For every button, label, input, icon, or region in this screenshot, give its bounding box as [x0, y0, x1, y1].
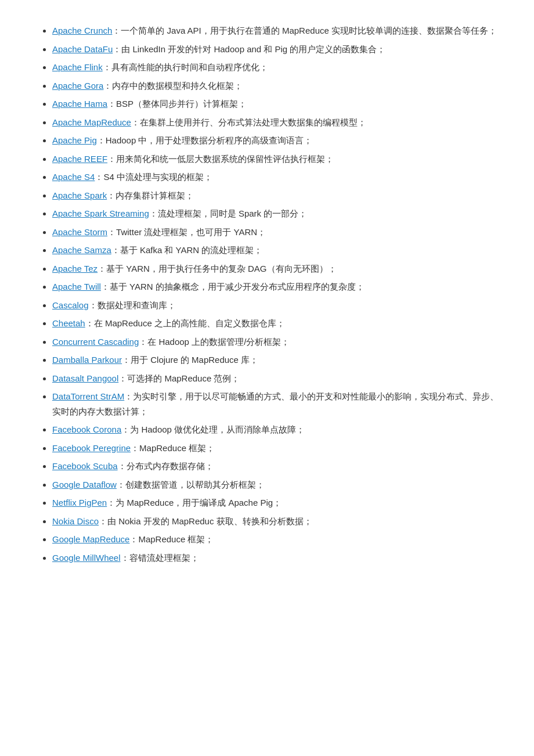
item-link-apache-datafu[interactable]: Apache DataFu [52, 44, 113, 54]
item-desc-apache-hama: ：BSP（整体同步并行）计算框架； [107, 99, 247, 109]
item-desc-facebook-corona: ：为 Hadoop 做优化处理，从而消除单点故障； [121, 424, 305, 434]
item-desc-google-millwheel: ：容错流处理框架； [121, 553, 199, 563]
item-link-datasalt-pangool[interactable]: Datasalt Pangool [52, 373, 118, 383]
item-link-apache-flink[interactable]: Apache Flink [52, 62, 103, 72]
item-link-facebook-peregrine[interactable]: Facebook Peregrine [52, 443, 131, 453]
item-link-facebook-scuba[interactable]: Facebook Scuba [52, 461, 118, 471]
item-link-apache-reef[interactable]: Apache REEF [52, 154, 107, 164]
list-item: Apache Crunch：一个简单的 Java API，用于执行在普通的 Ma… [52, 23, 499, 38]
list-item: DataTorrent StrAM：为实时引擎，用于以尽可能畅通的方式、最小的开… [52, 389, 499, 419]
list-item: Apache Pig：Hadoop 中，用于处理数据分析程序的高级查询语言； [52, 133, 499, 148]
item-desc-apache-storm: ：Twitter 流处理框架，也可用于 YARN； [107, 227, 266, 237]
item-desc-concurrent-cascading: ：在 Hadoop 上的数据管理/分析框架； [139, 337, 290, 347]
item-link-google-mapreduce[interactable]: Google MapReduce [52, 534, 129, 544]
list-item: Apache Spark：内存集群计算框架； [52, 188, 499, 203]
item-link-apache-pig[interactable]: Apache Pig [52, 135, 97, 145]
item-desc-apache-reef: ：用来简化和统一低层大数据系统的保留性评估执行框架； [107, 154, 334, 164]
list-item: Apache Flink：具有高性能的执行时间和自动程序优化； [52, 60, 499, 75]
list-item: Apache REEF：用来简化和统一低层大数据系统的保留性评估执行框架； [52, 152, 499, 167]
item-link-apache-samza[interactable]: Apache Samza [52, 245, 111, 255]
item-desc-apache-gora: ：内存中的数据模型和持久化框架； [103, 81, 243, 91]
list-item: Nokia Disco：由 Nokia 开发的 MapReduc 获取、转换和分… [52, 514, 499, 529]
technology-list: Apache Crunch：一个简单的 Java API，用于执行在普通的 Ma… [35, 23, 499, 565]
list-item: Apache Twill：基于 YARN 的抽象概念，用于减少开发分布式应用程序… [52, 279, 499, 294]
item-desc-apache-twill: ：基于 YARN 的抽象概念，用于减少开发分布式应用程序的复杂度； [101, 282, 365, 291]
item-desc-google-mapreduce: ：MapReduce 框架； [129, 534, 214, 544]
list-item: Apache Hama：BSP（整体同步并行）计算框架； [52, 96, 499, 111]
list-item: Facebook Scuba：分布式内存数据存储； [52, 459, 499, 474]
item-link-google-millwheel[interactable]: Google MillWheel [52, 553, 121, 563]
list-item: Cheetah：在 MapReduce 之上的高性能、自定义数据仓库； [52, 316, 499, 331]
item-link-apache-hama[interactable]: Apache Hama [52, 99, 107, 109]
item-desc-netflix-pigpen: ：为 MapReduce，用于编译成 Apache Pig； [107, 498, 282, 507]
item-desc-apache-crunch: ：一个简单的 Java API，用于执行在普通的 MapReduce 实现时比较… [112, 26, 497, 35]
item-desc-apache-mapreduce: ：在集群上使用并行、分布式算法处理大数据集的编程模型； [131, 117, 366, 127]
item-desc-apache-samza: ：基于 Kafka 和 YARN 的流处理框架； [111, 245, 263, 255]
list-item: Apache Storm：Twitter 流处理框架，也可用于 YARN； [52, 225, 499, 240]
list-item: Cascalog：数据处理和查询库； [52, 298, 499, 313]
item-link-damballa-parkour[interactable]: Damballa Parkour [52, 355, 122, 365]
item-link-apache-crunch[interactable]: Apache Crunch [52, 26, 112, 35]
item-desc-cheetah: ：在 MapReduce 之上的高性能、自定义数据仓库； [85, 318, 285, 328]
item-desc-apache-spark: ：内存集群计算框架； [107, 190, 194, 200]
list-item: Google Dataflow：创建数据管道，以帮助其分析框架； [52, 477, 499, 492]
list-item: Google MillWheel：容错流处理框架； [52, 550, 499, 566]
list-item: Apache Gora：内存中的数据模型和持久化框架； [52, 78, 499, 93]
item-link-cascalog[interactable]: Cascalog [52, 300, 89, 310]
list-item: Apache Spark Streaming：流处理框架，同时是 Spark 的… [52, 206, 499, 221]
list-item: Google MapReduce：MapReduce 框架； [52, 532, 499, 547]
item-link-apache-twill[interactable]: Apache Twill [52, 282, 101, 291]
item-desc-apache-pig: ：Hadoop 中，用于处理数据分析程序的高级查询语言； [97, 135, 313, 145]
item-desc-google-dataflow: ：创建数据管道，以帮助其分析框架； [117, 480, 265, 489]
item-desc-apache-s4: ：S4 中流处理与实现的框架； [95, 172, 212, 182]
item-link-nokia-disco[interactable]: Nokia Disco [52, 516, 99, 526]
item-desc-damballa-parkour: ：用于 Clojure 的 MapReduce 库； [122, 355, 258, 365]
item-desc-cascalog: ：数据处理和查询库； [89, 300, 176, 310]
item-link-apache-s4[interactable]: Apache S4 [52, 172, 95, 182]
item-link-apache-storm[interactable]: Apache Storm [52, 227, 107, 237]
item-desc-nokia-disco: ：由 Nokia 开发的 MapReduc 获取、转换和分析数据； [99, 516, 312, 526]
item-desc-datasalt-pangool: ：可选择的 MapReduce 范例； [118, 373, 240, 383]
item-desc-apache-datafu: ：由 LinkedIn 开发的针对 Hadoop and 和 Pig 的用户定义… [113, 44, 385, 54]
item-link-apache-gora[interactable]: Apache Gora [52, 81, 103, 91]
item-desc-apache-tez: ：基于 YARN，用于执行任务中的复杂 DAG（有向无环图）； [98, 264, 336, 273]
item-desc-apache-flink: ：具有高性能的执行时间和自动程序优化； [103, 62, 268, 72]
list-item: Concurrent Cascading：在 Hadoop 上的数据管理/分析框… [52, 334, 499, 350]
item-desc-facebook-scuba: ：分布式内存数据存储； [118, 461, 214, 471]
item-link-datatorrent-stram[interactable]: DataTorrent StrAM [52, 391, 124, 401]
list-item: Apache Samza：基于 Kafka 和 YARN 的流处理框架； [52, 243, 499, 258]
item-desc-facebook-peregrine: ：MapReduce 框架； [131, 443, 215, 453]
list-item: Datasalt Pangool：可选择的 MapReduce 范例； [52, 371, 499, 386]
list-item: Apache S4：S4 中流处理与实现的框架； [52, 170, 499, 185]
list-item: Facebook Corona：为 Hadoop 做优化处理，从而消除单点故障； [52, 422, 499, 437]
list-item: Netflix PigPen：为 MapReduce，用于编译成 Apache … [52, 495, 499, 510]
item-link-facebook-corona[interactable]: Facebook Corona [52, 424, 121, 434]
list-item: Apache MapReduce：在集群上使用并行、分布式算法处理大数据集的编程… [52, 115, 499, 130]
item-link-concurrent-cascading[interactable]: Concurrent Cascading [52, 337, 139, 347]
list-item: Apache Tez：基于 YARN，用于执行任务中的复杂 DAG（有向无环图）… [52, 261, 499, 276]
item-link-google-dataflow[interactable]: Google Dataflow [52, 480, 117, 489]
item-link-apache-spark[interactable]: Apache Spark [52, 190, 107, 200]
item-link-apache-spark-streaming[interactable]: Apache Spark Streaming [52, 208, 149, 218]
list-item: Apache DataFu：由 LinkedIn 开发的针对 Hadoop an… [52, 42, 499, 57]
list-item: Facebook Peregrine：MapReduce 框架； [52, 441, 499, 456]
list-item: Damballa Parkour：用于 Clojure 的 MapReduce … [52, 352, 499, 368]
item-link-apache-mapreduce[interactable]: Apache MapReduce [52, 117, 131, 127]
item-desc-apache-spark-streaming: ：流处理框架，同时是 Spark 的一部分； [149, 208, 308, 218]
item-link-cheetah[interactable]: Cheetah [52, 318, 85, 328]
item-link-apache-tez[interactable]: Apache Tez [52, 264, 98, 273]
item-link-netflix-pigpen[interactable]: Netflix PigPen [52, 498, 107, 507]
